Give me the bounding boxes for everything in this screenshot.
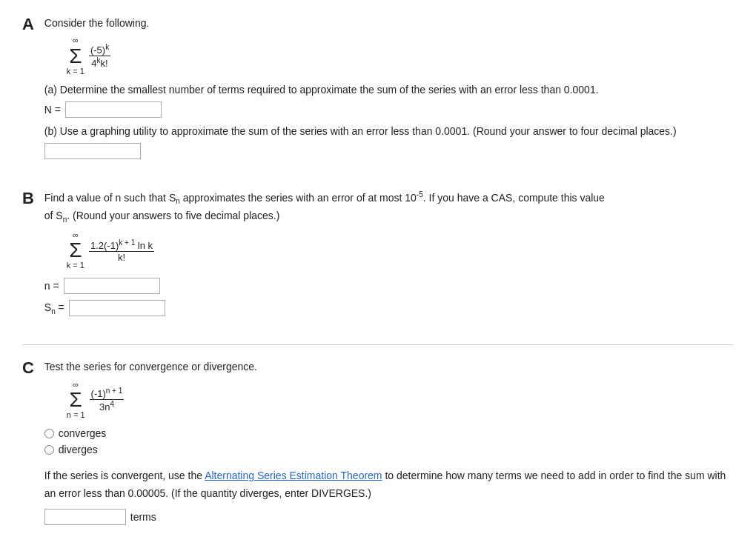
sigma-b: ∞ Σ k = 1: [67, 230, 84, 270]
part-b-input-row: [44, 143, 677, 159]
n-input-row: n =: [44, 278, 605, 294]
section-c-content: Test the series for convergence or diver…: [44, 358, 726, 524]
section-c: C Test the series for convergence or div…: [22, 358, 734, 524]
fraction-c: (-1)n + 1 3n4: [90, 387, 125, 413]
alternating-series-link[interactable]: Alternating Series Estimation Theorem: [205, 470, 382, 481]
part-a-input[interactable]: [65, 101, 162, 118]
terms-input[interactable]: [44, 509, 126, 525]
converges-radio[interactable]: [44, 429, 54, 438]
diverges-radio[interactable]: [44, 445, 54, 455]
section-a-title: Consider the following.: [44, 15, 677, 31]
terms-label: terms: [130, 511, 156, 523]
section-a: A Consider the following. ∞ Σ k = 1 (-5)…: [22, 15, 734, 167]
section-b: B Find a value of n such that Sn approxi…: [22, 189, 734, 323]
section-b-title: Find a value of n such that Sn approxima…: [44, 189, 605, 226]
sn-input[interactable]: [69, 300, 165, 316]
section-c-series: ∞ Σ n = 1 (-1)n + 1 3n4: [67, 380, 726, 420]
sn-label: Sn =: [44, 301, 64, 315]
section-a-content: Consider the following. ∞ Σ k = 1 (-5)k …: [44, 15, 677, 167]
section-a-letter: A: [22, 15, 34, 34]
n-input[interactable]: [64, 278, 160, 294]
fraction-a: (-5)k 4kk!: [89, 43, 110, 70]
sn-input-row: Sn =: [44, 300, 605, 316]
sigma-c: ∞ Σ n = 1: [67, 380, 85, 420]
footer-text1: If the series is convergent, use the: [44, 470, 205, 481]
part-b-input[interactable]: [44, 143, 141, 159]
section-b-content: Find a value of n such that Sn approxima…: [44, 189, 605, 323]
part-b-label: (b) Use a graphing utility to approximat…: [44, 125, 677, 137]
n-label: n =: [44, 280, 59, 292]
section-b-series: ∞ Σ k = 1 1.2(-1)k + 1 ln k k!: [67, 230, 605, 270]
converges-row: converges: [44, 427, 726, 439]
section-a-series: ∞ Σ k = 1 (-5)k 4kk!: [67, 36, 677, 76]
divider: [22, 344, 734, 345]
diverges-label: diverges: [59, 444, 98, 455]
sigma-a: ∞ Σ k = 1: [67, 36, 84, 76]
diverges-row: diverges: [44, 444, 726, 455]
part-a-input-row: N =: [44, 101, 677, 118]
converges-label: converges: [59, 427, 107, 439]
section-c-footer: If the series is convergent, use the Alt…: [44, 467, 726, 503]
section-c-letter: C: [22, 358, 34, 378]
part-a-block: (a) Determine the smallest number of ter…: [44, 84, 677, 118]
section-c-title: Test the series for convergence or diver…: [44, 358, 726, 375]
fraction-b: 1.2(-1)k + 1 ln k k!: [89, 238, 154, 263]
part-a-label: (a) Determine the smallest number of ter…: [44, 84, 677, 96]
part-b-block: (b) Use a graphing utility to approximat…: [44, 125, 677, 159]
n-equals-label: N =: [44, 104, 61, 116]
section-b-letter: B: [22, 189, 34, 208]
terms-row: terms: [44, 509, 726, 525]
